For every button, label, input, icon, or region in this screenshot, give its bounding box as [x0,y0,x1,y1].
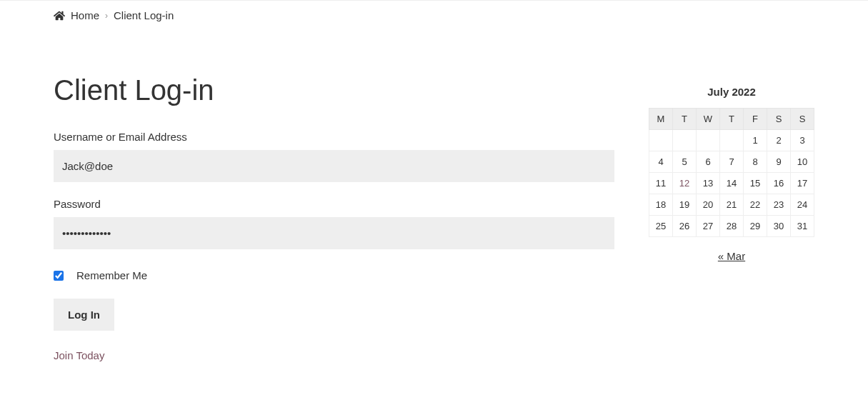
calendar-day: 5 [673,151,697,173]
join-today-link[interactable]: Join Today [54,349,104,361]
home-icon [54,10,65,21]
remember-label: Remember Me [76,269,147,281]
login-button[interactable]: Log In [54,299,114,331]
calendar-day: 14 [720,173,744,194]
calendar-dow: F [744,109,767,130]
calendar-day: 21 [720,194,744,216]
calendar-day: 2 [767,130,791,151]
breadcrumb-current: Client Log-in [114,9,174,21]
calendar-day: 15 [744,173,767,194]
calendar-day: 11 [649,173,673,194]
calendar-dow: M [649,109,673,130]
calendar-title: July 2022 [649,81,814,108]
sidebar: July 2022 MTWTFSS 1234567891011121314151… [649,81,814,361]
calendar-day: 23 [767,194,791,216]
calendar-day: 28 [720,216,744,237]
calendar-day: 30 [767,216,791,237]
calendar-dow: T [720,109,744,130]
calendar-day[interactable]: 12 [673,173,697,194]
calendar-day: 26 [673,216,697,237]
calendar-day: 17 [791,173,814,194]
calendar-day: 20 [697,194,720,216]
password-field-wrap: Password [54,198,614,249]
calendar-day: 29 [744,216,767,237]
chevron-right-icon: › [105,11,108,21]
breadcrumb-home[interactable]: Home [71,9,99,21]
calendar-dow: S [767,109,791,130]
calendar-day: 25 [649,216,673,237]
breadcrumb: Home › Client Log-in [54,1,814,31]
username-input[interactable] [54,150,614,182]
calendar-day: 24 [791,194,814,216]
calendar-day: 3 [791,130,814,151]
calendar-day [673,130,697,151]
calendar: MTWTFSS 12345678910111213141516171819202… [649,108,814,237]
calendar-dow: W [697,109,720,130]
calendar-day [720,130,744,151]
calendar-day: 10 [791,151,814,173]
calendar-dow: S [791,109,814,130]
remember-checkbox[interactable] [54,271,64,281]
calendar-dow: T [673,109,697,130]
calendar-day: 9 [767,151,791,173]
join-wrap: Join Today [54,349,614,361]
remember-wrap: Remember Me [54,269,614,281]
calendar-day: 19 [673,194,697,216]
calendar-day: 22 [744,194,767,216]
username-label: Username or Email Address [54,131,614,143]
calendar-day: 4 [649,151,673,173]
calendar-day-link[interactable]: 12 [679,178,689,189]
calendar-day: 27 [697,216,720,237]
calendar-day: 18 [649,194,673,216]
password-label: Password [54,198,614,210]
calendar-day: 13 [697,173,720,194]
calendar-prev-link[interactable]: « Mar [718,250,745,262]
calendar-day: 8 [744,151,767,173]
calendar-day: 16 [767,173,791,194]
page-title: Client Log-in [54,74,614,106]
calendar-day [697,130,720,151]
calendar-day: 31 [791,216,814,237]
calendar-day: 6 [697,151,720,173]
password-input[interactable] [54,217,614,249]
calendar-day [649,130,673,151]
main: Client Log-in Username or Email Address … [54,74,614,361]
calendar-day: 7 [720,151,744,173]
calendar-day: 1 [744,130,767,151]
username-field-wrap: Username or Email Address [54,131,614,182]
